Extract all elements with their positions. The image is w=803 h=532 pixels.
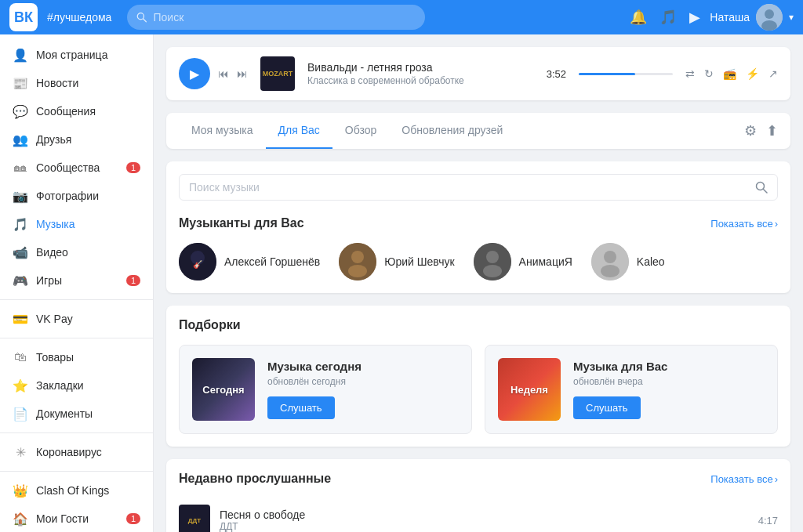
listen-today-button[interactable]: Слушать xyxy=(267,396,335,419)
tabs-list: Моя музыка Для Вас Обзор Обновления друз… xyxy=(179,113,744,149)
player-progress-fill xyxy=(579,73,635,75)
player-subtitle: Классика в современной обработке xyxy=(307,75,534,86)
sidebar-item-documents[interactable]: 📄 Документы xyxy=(0,400,153,428)
tab-for-you[interactable]: Для Вас xyxy=(266,113,332,149)
next-track-icon[interactable]: ⏭ xyxy=(237,67,248,80)
sidebar-item-corona[interactable]: ✳ Коронавирус xyxy=(0,438,153,466)
video-icon: 📹 xyxy=(13,244,28,260)
sidebar-item-clash[interactable]: 👑 Clash Of Kings xyxy=(0,476,153,505)
sidebar-label: Коронавирус xyxy=(36,446,140,458)
communities-badge: 1 xyxy=(126,162,140,173)
artist-shevchuk[interactable]: Юрий Шевчук xyxy=(339,243,454,280)
collections-header: Подборки xyxy=(179,318,778,332)
shuffle-icon[interactable]: ⇄ xyxy=(685,67,695,80)
music-search-input[interactable] xyxy=(189,181,749,194)
player-info: Вивальди - летняя гроза Классика в совре… xyxy=(307,61,534,86)
tab-review[interactable]: Обзор xyxy=(332,113,389,149)
bookmark-icon: ⭐ xyxy=(13,378,28,393)
user-profile[interactable]: Наташа ▾ xyxy=(710,4,794,31)
tab-my-music[interactable]: Моя музыка xyxy=(179,113,266,149)
collection-subtitle-today: обновлён сегодня xyxy=(267,376,459,387)
track-title-1: Песня о свободе xyxy=(220,508,749,521)
sidebar-item-communities[interactable]: 🏘 Сообщества 1 xyxy=(0,154,153,182)
tab-friends-updates[interactable]: Обновления друзей xyxy=(389,113,515,149)
svg-text:🎸: 🎸 xyxy=(193,259,203,270)
search-input[interactable] xyxy=(154,11,416,24)
sidebar-item-vkpay[interactable]: 💳 VK Pay xyxy=(0,305,153,333)
sidebar-item-guests[interactable]: 🏠 Мои Гости 1 xyxy=(0,505,153,532)
user-name: Наташа xyxy=(710,11,750,24)
sidebar-label: Моя страница xyxy=(36,49,140,61)
artist-avatar xyxy=(474,243,511,280)
top-navigation: ВК #лучшедома 🔔 🎵 ▶ Наташа ▾ xyxy=(0,0,803,34)
radio-icon[interactable]: 📻 xyxy=(723,67,736,80)
artists-show-all[interactable]: Показать все › xyxy=(710,218,778,230)
sidebar-divider xyxy=(0,299,153,300)
collection-subtitle-week: обновлён вчера xyxy=(573,376,765,387)
player-extra-controls: ⇄ ↻ 📻 ⚡ ↗ xyxy=(685,67,778,80)
svg-point-14 xyxy=(486,251,499,263)
prev-track-icon[interactable]: ⏮ xyxy=(218,67,229,80)
artist-kaleo[interactable]: Kaleo xyxy=(591,243,665,280)
artist-animaciya[interactable]: АнимациЯ xyxy=(474,243,572,280)
upload-icon[interactable]: ⬆ xyxy=(766,122,778,139)
sidebar-label: Фотографии xyxy=(36,190,140,202)
sidebar-item-friends[interactable]: 👥 Друзья xyxy=(0,125,153,154)
collection-badge-today: Сегодня xyxy=(202,384,244,396)
artist-name: АнимациЯ xyxy=(519,255,572,268)
artist-avatar xyxy=(339,243,376,280)
player-duration: 3:52 xyxy=(547,68,566,80)
sidebar-divider-4 xyxy=(0,471,153,472)
svg-point-15 xyxy=(483,265,502,277)
music-section: Музыканты для Вас Показать все › 🎸 xyxy=(166,161,790,293)
sidebar-label: Игры xyxy=(36,274,118,287)
sidebar-item-bookmarks[interactable]: ⭐ Закладки xyxy=(0,371,153,400)
news-icon: 📰 xyxy=(13,75,28,91)
music-note-icon[interactable]: 🎵 xyxy=(659,9,677,26)
play-circle-icon[interactable]: ▶ xyxy=(689,9,700,26)
equalizer-icon[interactable]: ⚡ xyxy=(746,67,759,80)
collections-title: Подборки xyxy=(179,318,241,332)
sidebar-item-photos[interactable]: 📷 Фотографии xyxy=(0,182,153,210)
artist-name: Юрий Шевчук xyxy=(384,255,454,268)
svg-point-18 xyxy=(601,265,620,277)
listen-week-button[interactable]: Слушать xyxy=(573,396,641,419)
hashtag-label: #лучшедома xyxy=(47,11,111,24)
clash-icon: 👑 xyxy=(13,483,28,498)
camera-icon: 📷 xyxy=(13,188,28,204)
play-button[interactable]: ▶ xyxy=(179,58,210,89)
sidebar-item-goods[interactable]: 🛍 Товары xyxy=(0,343,153,371)
search-icon xyxy=(136,12,147,23)
artist-avatar: 🎸 xyxy=(179,243,216,280)
sidebar-label: Сообщения xyxy=(36,105,140,118)
track-info-1: Песня о свободе ДДТ xyxy=(220,508,749,532)
collections-grid: Сегодня Музыка сегодня обновлён сегодня … xyxy=(179,345,778,434)
sidebar-item-clash-label: Clash Of Kings xyxy=(36,484,140,497)
recently-show-all[interactable]: Показать все › xyxy=(710,473,778,485)
sidebar-item-music[interactable]: 🎵 Музыка xyxy=(0,210,153,238)
sidebar-item-my-page[interactable]: 👤 Моя страница xyxy=(0,41,153,69)
player-progress-bar[interactable] xyxy=(579,73,673,75)
vk-logo[interactable]: ВК xyxy=(9,3,38,31)
chevron-down-icon[interactable]: ▾ xyxy=(789,12,794,23)
sidebar-label: Друзья xyxy=(36,133,140,146)
music-search-bar[interactable] xyxy=(179,174,778,201)
guests-icon: 🏠 xyxy=(13,511,28,527)
games-badge: 1 xyxy=(126,275,140,286)
filter-icon[interactable]: ⚙ xyxy=(744,122,757,139)
sidebar-item-games[interactable]: 🎮 Игры 1 xyxy=(0,266,153,295)
bell-icon[interactable]: 🔔 xyxy=(630,9,647,26)
collection-title-today: Музыка сегодня xyxy=(267,360,459,373)
sidebar-item-messages[interactable]: 💬 Сообщения xyxy=(0,97,153,125)
sidebar-label: Товары xyxy=(36,351,140,364)
sidebar-item-news[interactable]: 📰 Новости xyxy=(0,69,153,97)
artist-gorshenyov[interactable]: 🎸 Алексей Горшенёв xyxy=(179,243,320,280)
artists-row: 🎸 Алексей Горшенёв Юрий Шевчук xyxy=(179,243,778,280)
sidebar: 👤 Моя страница 📰 Новости 💬 Сообщения 👥 Д… xyxy=(0,34,154,532)
track-duration-1: 4:17 xyxy=(758,515,778,527)
sidebar-item-video[interactable]: 📹 Видео xyxy=(0,238,153,266)
repeat-icon[interactable]: ↻ xyxy=(704,67,714,80)
player-bar: ▶ ⏮ ⏭ MOZART Вивальди - летняя гроза Кла… xyxy=(166,47,790,100)
search-bar[interactable] xyxy=(127,5,425,30)
share-icon[interactable]: ↗ xyxy=(768,67,778,80)
